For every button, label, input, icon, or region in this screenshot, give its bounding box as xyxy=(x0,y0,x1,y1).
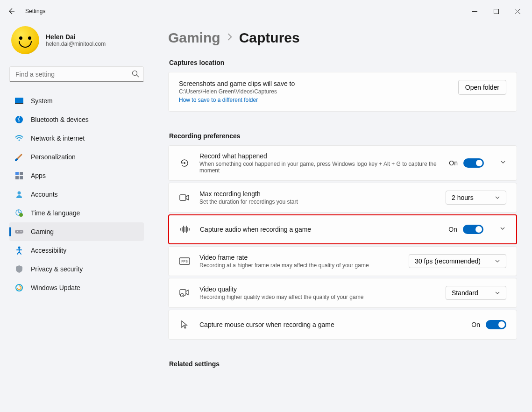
history-icon xyxy=(179,158,190,168)
how-to-save-link[interactable]: How to save to a different folder xyxy=(179,97,258,103)
window-title: Settings xyxy=(25,8,45,14)
chevron-down-icon xyxy=(495,258,500,264)
avatar xyxy=(11,26,39,54)
row-title: Video quality xyxy=(199,285,436,293)
brush-icon xyxy=(15,153,23,161)
globe-clock-icon xyxy=(15,209,23,217)
svg-point-12 xyxy=(19,213,23,217)
nav-item-network[interactable]: Network & internet xyxy=(9,129,144,148)
main-content: Gaming Captures Captures location Screen… xyxy=(149,22,532,412)
open-folder-button[interactable]: Open folder xyxy=(458,80,506,95)
shield-icon xyxy=(15,265,23,273)
row-subtitle: When something cool happened in your gam… xyxy=(199,161,440,174)
person-icon xyxy=(15,190,23,199)
location-title: Screenshots and game clips will save to xyxy=(179,80,449,87)
nav-item-apps[interactable]: Apps xyxy=(9,166,144,185)
svg-rect-8 xyxy=(15,176,19,179)
mouse-cursor-toggle[interactable] xyxy=(486,320,506,329)
svg-point-18 xyxy=(184,162,185,164)
row-video-frame-rate: FPS Video frame rate Recording at a high… xyxy=(168,246,517,276)
close-button[interactable] xyxy=(507,4,528,19)
nav-item-bluetooth[interactable]: Bluetooth & devices xyxy=(9,110,144,129)
gamepad-icon xyxy=(15,227,23,236)
nav-label: Gaming xyxy=(31,228,54,235)
nav-list: System Bluetooth & devices Network & int… xyxy=(9,92,144,297)
search-icon xyxy=(132,70,139,79)
row-subtitle: Set the duration for recordings you star… xyxy=(199,199,436,205)
nav-item-time-language[interactable]: Time & language xyxy=(9,204,144,222)
row-subtitle: Recording at a higher frame rate may aff… xyxy=(199,262,399,269)
svg-point-14 xyxy=(17,231,18,232)
nav-label: Privacy & security xyxy=(31,265,83,273)
nav-label: Network & internet xyxy=(31,135,85,142)
nav-item-accounts[interactable]: Accounts xyxy=(9,185,144,204)
svg-point-15 xyxy=(21,231,21,232)
row-title: Video frame rate xyxy=(199,254,399,261)
svg-point-10 xyxy=(18,192,21,195)
svg-text:FPS: FPS xyxy=(181,260,188,263)
profile-block[interactable]: Helen Dai helen.dai@minitool.com xyxy=(9,22,144,64)
profile-email: helen.dai@minitool.com xyxy=(46,41,106,47)
nav-item-system[interactable]: System xyxy=(9,92,144,110)
arrow-left-icon xyxy=(7,7,15,15)
row-title: Capture audio when recording a game xyxy=(200,226,439,233)
frame-rate-select[interactable]: 30 fps (recommended) xyxy=(409,254,506,268)
breadcrumb-parent[interactable]: Gaming xyxy=(168,30,220,46)
system-icon xyxy=(15,97,23,105)
maximize-button[interactable] xyxy=(485,4,507,19)
select-value: 2 hours xyxy=(452,194,474,201)
nav-item-personalization[interactable]: Personalization xyxy=(9,148,144,166)
select-value: 30 fps (recommended) xyxy=(415,257,481,265)
nav-item-accessibility[interactable]: Accessibility xyxy=(9,241,144,260)
chevron-down-icon[interactable] xyxy=(500,159,506,167)
toggle-state-label: On xyxy=(448,226,457,233)
select-value: Standard xyxy=(452,289,478,297)
svg-point-16 xyxy=(18,247,21,249)
row-capture-mouse-cursor: Capture mouse cursor when recording a ga… xyxy=(168,310,517,340)
capture-audio-toggle[interactable] xyxy=(463,225,483,234)
nav-label: System xyxy=(31,97,53,105)
row-title: Record what happened xyxy=(199,152,440,160)
svg-rect-19 xyxy=(180,195,186,200)
row-subtitle: Recording higher quality video may affec… xyxy=(199,294,436,300)
row-video-quality: Video quality Recording higher quality v… xyxy=(168,278,517,308)
back-button[interactable] xyxy=(4,4,19,19)
settings-window: Settings Helen Dai helen.dai@minitool.co… xyxy=(0,0,532,412)
max-length-select[interactable]: 2 hours xyxy=(446,191,506,205)
row-record-what-happened[interactable]: Record what happened When something cool… xyxy=(168,145,517,181)
search-box xyxy=(9,66,144,82)
record-happened-toggle[interactable] xyxy=(463,158,484,168)
sidebar: Helen Dai helen.dai@minitool.com System … xyxy=(0,22,149,412)
svg-point-5 xyxy=(19,140,20,141)
toggle-state-label: On xyxy=(449,159,458,167)
svg-point-4 xyxy=(15,116,23,123)
svg-rect-9 xyxy=(20,176,23,179)
maximize-icon xyxy=(494,9,499,14)
nav-label: Apps xyxy=(31,172,46,179)
chevron-down-icon xyxy=(495,195,500,200)
apps-icon xyxy=(15,171,23,180)
fps-icon: FPS xyxy=(179,257,190,265)
svg-point-24 xyxy=(182,295,183,296)
row-capture-audio[interactable]: Capture audio when recording a game On xyxy=(168,214,517,244)
video-gear-icon xyxy=(179,289,190,297)
minimize-button[interactable] xyxy=(464,4,485,19)
svg-rect-0 xyxy=(494,9,498,14)
update-icon xyxy=(15,284,23,292)
svg-rect-6 xyxy=(15,172,19,175)
nav-label: Bluetooth & devices xyxy=(31,116,89,123)
nav-item-privacy[interactable]: Privacy & security xyxy=(9,260,144,278)
profile-name: Helen Dai xyxy=(46,33,106,41)
search-input[interactable] xyxy=(9,66,144,82)
minimize-icon xyxy=(472,9,477,14)
section-label-related: Related settings xyxy=(169,360,517,368)
chevron-down-icon[interactable] xyxy=(499,225,506,234)
toggle-state-label: On xyxy=(471,321,480,328)
nav-label: Time & language xyxy=(31,209,80,217)
nav-item-gaming[interactable]: Gaming xyxy=(9,222,144,241)
nav-item-windows-update[interactable]: Windows Update xyxy=(9,278,144,297)
svg-rect-2 xyxy=(15,98,23,103)
video-quality-select[interactable]: Standard xyxy=(446,286,506,300)
close-icon xyxy=(515,9,520,14)
bluetooth-icon xyxy=(15,115,23,124)
